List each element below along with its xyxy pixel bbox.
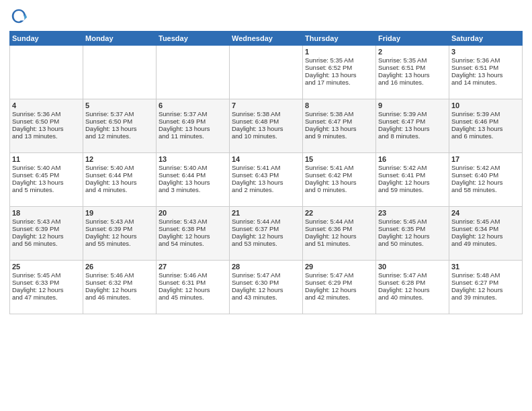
day-content-line: Sunrise: 5:43 AM — [159, 218, 227, 225]
day-content-line: Sunrise: 5:35 AM — [378, 56, 447, 64]
day-cell: 14Sunrise: 5:41 AMSunset: 6:43 PMDayligh… — [230, 153, 303, 207]
day-content-line: and 4 minutes. — [85, 186, 154, 193]
day-number: 8 — [305, 101, 373, 109]
day-content-line: Daylight: 12 hours — [305, 286, 373, 293]
day-cell — [10, 46, 83, 99]
day-content-line: and 58 minutes. — [451, 186, 520, 193]
day-cell: 15Sunrise: 5:41 AMSunset: 6:42 PMDayligh… — [303, 153, 376, 207]
day-cell: 11Sunrise: 5:40 AMSunset: 6:45 PMDayligh… — [10, 153, 83, 207]
day-content-line: Sunset: 6:40 PM — [451, 171, 520, 179]
day-content-line: and 39 minutes. — [451, 293, 520, 301]
day-number: 16 — [378, 155, 447, 163]
day-number: 23 — [378, 209, 447, 217]
day-content-line: Daylight: 13 hours — [12, 125, 81, 132]
day-content-line: and 46 minutes. — [85, 293, 154, 301]
day-content-line: Daylight: 12 hours — [159, 286, 227, 293]
day-content-line: Sunrise: 5:40 AM — [12, 164, 81, 171]
day-number: 3 — [451, 48, 520, 56]
day-content-line: Daylight: 13 hours — [232, 179, 300, 186]
header-day-saturday: Saturday — [449, 32, 523, 46]
day-content-line: and 53 minutes. — [232, 240, 300, 247]
day-content-line: Sunset: 6:39 PM — [12, 225, 81, 232]
day-cell — [83, 46, 157, 99]
day-content-line: Daylight: 12 hours — [378, 179, 447, 186]
day-number: 6 — [159, 101, 227, 109]
day-content-line: Sunrise: 5:36 AM — [451, 56, 520, 64]
day-content-line: Daylight: 12 hours — [378, 232, 447, 240]
day-content-line: Sunrise: 5:42 AM — [378, 164, 447, 171]
header-day-sunday: Sunday — [10, 32, 83, 46]
day-content-line: Sunset: 6:33 PM — [12, 279, 81, 286]
day-content-line: Daylight: 12 hours — [12, 232, 81, 240]
day-content-line: Sunrise: 5:38 AM — [305, 110, 373, 118]
day-number: 9 — [378, 101, 447, 109]
day-content-line: Daylight: 12 hours — [85, 286, 154, 293]
day-content-line: Sunrise: 5:47 AM — [232, 271, 300, 279]
day-content-line: Sunset: 6:45 PM — [12, 171, 81, 179]
week-row-1: 4Sunrise: 5:36 AMSunset: 6:50 PMDaylight… — [10, 99, 523, 153]
day-number: 5 — [85, 101, 154, 109]
logo — [9, 7, 31, 26]
day-cell: 28Sunrise: 5:47 AMSunset: 6:30 PMDayligh… — [230, 261, 303, 314]
day-content-line: Daylight: 13 hours — [451, 71, 520, 79]
day-content-line: Sunset: 6:27 PM — [451, 279, 520, 286]
day-content-line: and 14 minutes. — [451, 79, 520, 86]
day-number: 7 — [232, 101, 300, 109]
day-number: 22 — [305, 209, 373, 217]
header-row — [9, 7, 523, 26]
day-number: 4 — [12, 101, 81, 109]
header-day-tuesday: Tuesday — [157, 32, 230, 46]
day-content-line: Sunrise: 5:47 AM — [305, 271, 373, 279]
day-content-line: and 49 minutes. — [451, 240, 520, 247]
day-content-line: Daylight: 12 hours — [232, 286, 300, 293]
day-cell: 31Sunrise: 5:48 AMSunset: 6:27 PMDayligh… — [449, 261, 523, 314]
day-content-line: and 59 minutes. — [378, 186, 447, 193]
day-content-line: Sunrise: 5:37 AM — [159, 110, 227, 118]
day-cell: 20Sunrise: 5:43 AMSunset: 6:38 PMDayligh… — [157, 207, 230, 261]
day-cell: 2Sunrise: 5:35 AMSunset: 6:51 PMDaylight… — [376, 46, 449, 99]
day-number: 10 — [451, 101, 520, 109]
day-content-line: Sunset: 6:34 PM — [451, 225, 520, 232]
day-content-line: Sunset: 6:32 PM — [85, 279, 154, 286]
day-cell: 27Sunrise: 5:46 AMSunset: 6:31 PMDayligh… — [157, 261, 230, 314]
day-content-line: and 5 minutes. — [12, 186, 81, 193]
day-content-line: Sunrise: 5:36 AM — [12, 110, 81, 118]
day-number: 2 — [378, 48, 447, 56]
day-content-line: Daylight: 13 hours — [232, 125, 300, 132]
day-content-line: Sunset: 6:44 PM — [159, 171, 227, 179]
day-cell: 4Sunrise: 5:36 AMSunset: 6:50 PMDaylight… — [10, 99, 83, 153]
week-row-2: 11Sunrise: 5:40 AMSunset: 6:45 PMDayligh… — [10, 153, 523, 207]
day-content-line: Sunrise: 5:46 AM — [159, 271, 227, 279]
day-content-line: Sunset: 6:29 PM — [305, 279, 373, 286]
day-content-line: Daylight: 13 hours — [85, 125, 154, 132]
day-content-line: and 40 minutes. — [378, 293, 447, 301]
day-content-line: and 47 minutes. — [12, 293, 81, 301]
day-content-line: Daylight: 12 hours — [85, 232, 154, 240]
day-content-line: Sunrise: 5:47 AM — [378, 271, 447, 279]
day-number: 17 — [451, 155, 520, 163]
day-content-line: Daylight: 12 hours — [232, 232, 300, 240]
day-number: 19 — [85, 209, 154, 217]
day-content-line: Sunset: 6:42 PM — [305, 171, 373, 179]
day-number: 20 — [159, 209, 227, 217]
day-content-line: and 6 minutes. — [451, 132, 520, 140]
day-content-line: Sunrise: 5:44 AM — [232, 218, 300, 225]
day-cell: 9Sunrise: 5:39 AMSunset: 6:47 PMDaylight… — [376, 99, 449, 153]
calendar-body: 1Sunrise: 5:35 AMSunset: 6:52 PMDaylight… — [10, 46, 523, 314]
day-content-line: Sunrise: 5:39 AM — [378, 110, 447, 118]
day-content-line: Sunset: 6:46 PM — [451, 118, 520, 125]
day-cell: 7Sunrise: 5:38 AMSunset: 6:48 PMDaylight… — [230, 99, 303, 153]
day-content-line: Sunrise: 5:48 AM — [451, 271, 520, 279]
day-content-line: Sunset: 6:52 PM — [305, 64, 373, 71]
day-number: 11 — [12, 155, 81, 163]
week-row-3: 18Sunrise: 5:43 AMSunset: 6:39 PMDayligh… — [10, 207, 523, 261]
day-number: 30 — [378, 263, 447, 271]
day-content-line: Daylight: 12 hours — [451, 232, 520, 240]
day-content-line: Sunrise: 5:45 AM — [378, 218, 447, 225]
day-number: 12 — [85, 155, 154, 163]
day-number: 31 — [451, 263, 520, 271]
calendar-header: SundayMondayTuesdayWednesdayThursdayFrid… — [10, 32, 523, 46]
day-cell: 30Sunrise: 5:47 AMSunset: 6:28 PMDayligh… — [376, 261, 449, 314]
day-content-line: Sunset: 6:47 PM — [305, 118, 373, 125]
day-number: 13 — [159, 155, 227, 163]
